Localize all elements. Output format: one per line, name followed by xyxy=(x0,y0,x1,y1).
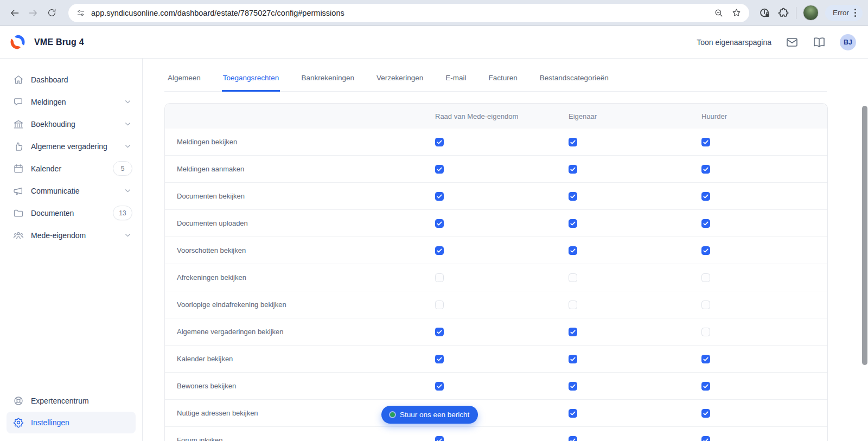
zoom-icon[interactable] xyxy=(714,8,724,18)
permission-checkbox[interactable] xyxy=(701,328,710,336)
owner-page-link[interactable]: Toon eigenaarspagina xyxy=(697,38,771,47)
checkbox-cell xyxy=(569,192,701,201)
url-input[interactable] xyxy=(90,8,714,18)
sidebar-item-kalender[interactable]: Kalender 5 xyxy=(0,157,142,180)
checkmark-icon xyxy=(570,247,576,254)
tab-bestandscategorie-n[interactable]: Bestandscategorieën xyxy=(539,71,610,92)
bookmark-star-icon[interactable] xyxy=(731,8,742,18)
permission-checkbox[interactable] xyxy=(435,355,444,363)
tab-toegangsrechten[interactable]: Toegangsrechten xyxy=(222,71,280,92)
permission-checkbox[interactable] xyxy=(701,219,710,228)
chat-icon xyxy=(13,97,24,107)
permission-checkbox[interactable] xyxy=(701,409,710,418)
browser-menu-icon[interactable] xyxy=(852,8,858,18)
gear-icon xyxy=(13,417,24,428)
permission-checkbox[interactable] xyxy=(435,192,444,201)
chevron-down-icon xyxy=(123,186,132,195)
permission-checkbox[interactable] xyxy=(569,436,577,441)
permission-checkbox[interactable] xyxy=(701,192,710,201)
sidebar-item-boekhouding[interactable]: Boekhouding xyxy=(0,113,142,135)
permission-checkbox[interactable] xyxy=(569,192,577,201)
permission-checkbox[interactable] xyxy=(435,219,444,228)
sidebar-item-instellingen[interactable]: Instellingen xyxy=(7,412,136,433)
permission-checkbox[interactable] xyxy=(569,355,577,363)
tab-facturen[interactable]: Facturen xyxy=(488,71,519,92)
tab-algemeen[interactable]: Algemeen xyxy=(167,71,202,92)
chat-widget-button[interactable]: Stuur ons een bericht xyxy=(381,406,478,424)
tab-e-mail[interactable]: E-mail xyxy=(444,71,467,92)
permission-checkbox[interactable] xyxy=(569,219,577,228)
sidebar-item-label: Instellingen xyxy=(31,418,69,427)
checkbox-cell xyxy=(701,219,827,228)
permission-checkbox[interactable] xyxy=(701,301,710,309)
permission-checkbox[interactable] xyxy=(701,138,710,146)
table-row: Documenten bekijken xyxy=(165,182,827,209)
sidebar-item-label: Boekhouding xyxy=(31,120,75,129)
checkmark-icon xyxy=(703,220,709,227)
browser-forward-button[interactable] xyxy=(24,4,42,22)
address-bar[interactable] xyxy=(68,4,749,22)
permission-checkbox[interactable] xyxy=(435,328,444,336)
sidebar-item-algemene-vergadering[interactable]: Algemene vergadering xyxy=(0,135,142,157)
sidebar-item-label: Mede-eigendom xyxy=(31,231,86,240)
column-header: Raad van Mede-eigendom xyxy=(435,112,569,120)
permission-label: Kalender bekijken xyxy=(165,355,435,363)
permission-checkbox[interactable] xyxy=(701,165,710,174)
chevron-down-icon xyxy=(123,97,132,106)
permission-checkbox[interactable] xyxy=(435,382,444,391)
tab-bankrekeningen[interactable]: Bankrekeningen xyxy=(300,71,355,92)
permission-checkbox[interactable] xyxy=(435,165,444,174)
permission-checkbox[interactable] xyxy=(435,436,444,441)
sidebar-item-documenten[interactable]: Documenten 13 xyxy=(0,202,142,224)
sidebar-item-communicatie[interactable]: Communicatie xyxy=(0,180,142,202)
sidebar-item-mede-eigendom[interactable]: Mede-eigendom xyxy=(0,224,142,246)
permission-checkbox[interactable] xyxy=(701,436,710,441)
permission-checkbox[interactable] xyxy=(435,273,444,282)
permission-checkbox[interactable] xyxy=(569,138,577,146)
checkmark-icon xyxy=(436,139,443,145)
tab-verzekeringen[interactable]: Verzekeringen xyxy=(375,71,424,92)
table-row: Nuttige adressen bekijken xyxy=(165,399,827,426)
checkbox-cell xyxy=(435,382,569,391)
checkbox-cell xyxy=(701,355,827,363)
checkbox-cell xyxy=(701,409,827,418)
extensions-puzzle-icon[interactable] xyxy=(777,7,789,19)
profile-error-chip[interactable]: Error xyxy=(825,5,863,21)
permission-label: Algemene vergaderingen bekijken xyxy=(165,328,435,336)
permission-checkbox[interactable] xyxy=(569,328,577,336)
permission-checkbox[interactable] xyxy=(701,355,710,363)
sidebar-item-meldingen[interactable]: Meldingen xyxy=(0,91,142,113)
password-manager-icon[interactable] xyxy=(759,7,771,19)
chevron-down-icon xyxy=(123,231,132,240)
sidebar-item-dashboard[interactable]: Dashboard xyxy=(0,68,142,91)
checkmark-icon xyxy=(703,166,709,172)
browser-reload-button[interactable] xyxy=(42,4,61,22)
sidebar-item-expertencentrum[interactable]: Expertencentrum xyxy=(0,390,142,412)
mail-icon[interactable] xyxy=(786,36,799,49)
site-settings-icon[interactable] xyxy=(76,8,86,18)
permission-checkbox[interactable] xyxy=(569,301,577,309)
permission-checkbox[interactable] xyxy=(701,382,710,391)
checkbox-cell xyxy=(569,138,701,146)
page-scrollbar-thumb[interactable] xyxy=(862,106,867,365)
permission-checkbox[interactable] xyxy=(569,246,577,255)
permission-checkbox[interactable] xyxy=(569,382,577,391)
permission-checkbox[interactable] xyxy=(435,138,444,146)
browser-profile-avatar[interactable] xyxy=(803,5,819,21)
permission-checkbox[interactable] xyxy=(569,273,577,282)
permission-checkbox[interactable] xyxy=(435,301,444,309)
checkbox-cell xyxy=(435,192,569,201)
permission-checkbox[interactable] xyxy=(435,246,444,255)
user-avatar[interactable]: BJ xyxy=(840,34,856,50)
permission-checkbox[interactable] xyxy=(701,273,710,282)
table-row: Forum inkijken xyxy=(165,426,827,441)
column-header: Huurder xyxy=(701,112,827,120)
book-icon[interactable] xyxy=(813,36,826,49)
browser-back-button[interactable] xyxy=(5,4,24,22)
permission-checkbox[interactable] xyxy=(569,165,577,174)
permission-label: Documenten bekijken xyxy=(165,192,435,200)
toolbar-divider xyxy=(796,7,796,19)
permission-checkbox[interactable] xyxy=(569,409,577,418)
chevron-down-icon xyxy=(123,142,132,151)
permission-checkbox[interactable] xyxy=(701,246,710,255)
